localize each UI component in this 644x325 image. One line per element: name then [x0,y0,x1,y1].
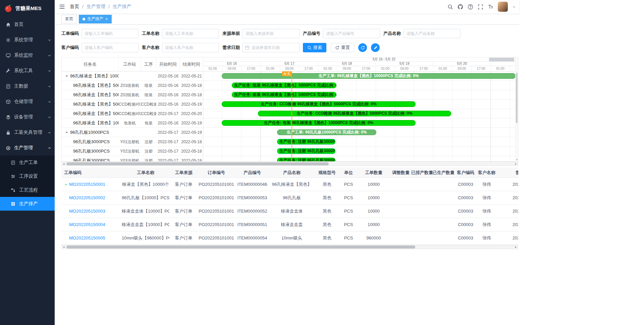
tab-home[interactable]: 首页 [61,15,77,23]
sidebar-item-fixture-mgmt[interactable]: 工装夹具管理 [0,125,55,140]
search-icon[interactable] [447,4,453,10]
sidebar-item-warehouse-mgmt[interactable]: 仓储管理 [0,94,55,109]
breadcrumb-production-scheduling[interactable]: 生产排产 [113,4,131,10]
gantt-column-header-0: 任务名 [62,57,119,71]
order-code-link[interactable]: MO202205150002 [69,195,105,200]
order-row[interactable]: MO202205150003移液盒盒体【10000】PCS客户订单PO20220… [61,205,518,218]
gantt-week-range: 5月 16 - 5月 22 [373,57,395,61]
sidebar-item-production-mgmt[interactable]: 生产管理 [0,140,55,156]
sidebar-item-master-data[interactable]: 主数据 [0,78,55,94]
sidebar-item-equipment-mgmt[interactable]: 设备管理 [0,109,55,125]
sidebar-item-system-tools[interactable]: 系统工具 [0,63,55,78]
chevron-down-icon[interactable] [64,182,68,186]
order-row[interactable]: MO20220515000510mm吸头【960000】PCS客户订单PO202… [61,231,518,245]
sidebar-subitem-work-order[interactable]: 生产工单 [0,156,55,169]
gantt-task-bar[interactable]: 生产任务: CCD检测 96孔移液盒【黑色】5000PCS 完成比例: 0% [222,101,416,107]
sidebar-subitem-process-flow[interactable]: 工艺流程 [0,183,55,197]
gantt-task-bar[interactable]: 生产任务: 包装 96孔移液盒【黑色】10000PCS 完成比例: 0% [222,120,416,126]
gantt-task-bar[interactable]: 生产任务: 注塑 96孔孔板3000PCS 完成比例: 0% [277,148,335,154]
scroll-left-arrow[interactable]: ◄ [62,162,66,166]
gantt-vertical-scrollbar[interactable]: ▼ [515,57,518,161]
chevron-down-icon[interactable] [512,5,516,9]
order-code-link[interactable]: MO202205150001 [69,182,105,187]
scroll-down-arrow[interactable]: ▼ [516,159,518,161]
edit-button[interactable] [371,43,380,52]
order-code-link[interactable]: MO202205150004 [69,222,105,227]
gantt-task-row[interactable]: 96孔孔板3000PCSY02注塑机注塑2022-05-172022-05-18 [62,147,203,156]
reset-button[interactable]: 重置 [331,43,354,52]
order-code-link[interactable]: MO202205150003 [69,209,105,214]
order-cell-product: 96孔移液盒【黑色】 [270,181,314,187]
gantt-end-cell: 2022-05-21 [180,71,203,80]
github-icon[interactable] [458,4,463,10]
chevron-down-icon [48,85,51,88]
gantt-task-row[interactable]: 96孔移液盒【黑色】5000PCSCCD检测#02CCD检测2022-05-17… [62,109,203,118]
gantt-task-row[interactable]: 96孔移液盒【黑色】5000PCSZ01组装机组装2022-05-162022-… [62,81,203,90]
product-code-input[interactable] [323,29,380,38]
order-cell-qty: 10000 [357,209,390,214]
gantt-workorder-bar[interactable]: 生产工单: 96孔移液盒【黑色】10000PCS 完成比例: 0% [222,73,515,79]
scroll-right-arrow[interactable]: ► [514,245,518,249]
fullscreen-icon[interactable] [478,4,483,10]
sidebar-subitem-scheduling[interactable]: 生产排产 [0,197,55,211]
sync-button[interactable] [358,43,367,52]
order-row[interactable]: MO202205150004移液盒盒盖【10000】PCS客户订单PO20220… [61,218,518,231]
customer-code-input[interactable] [82,43,139,52]
work-order-name-input[interactable] [162,29,219,38]
user-avatar[interactable] [498,2,508,12]
sidebar-item-home[interactable]: 首页 [0,17,55,32]
order-code-link[interactable]: MO202205150005 [69,235,105,240]
work-order-code-input[interactable] [82,29,139,38]
sidebar-item-system-monitor[interactable]: 系统监控 [0,48,55,63]
chevron-up-icon [48,146,51,150]
breadcrumb-home[interactable]: 首页 [70,4,79,10]
product-name-input[interactable] [404,29,461,38]
scroll-left-arrow[interactable]: ◄ [62,245,66,249]
source-doc-input[interactable] [243,29,300,38]
today-line [291,71,292,161]
order-row[interactable]: MO20220515000296孔孔板【10000】PCS客户订单PO20220… [61,191,518,205]
scrollbar-thumb[interactable] [516,73,518,123]
gantt-task-bar[interactable]: 生产任务: 注塑 96孔孔板3000PCS 完成比例: 0% [277,139,335,145]
gantt-horizontal-scrollbar[interactable]: ◄ ► [61,162,518,166]
app-logo[interactable]: 苦糖果MES [0,0,55,17]
gantt-task-row[interactable]: 96孔移液盒【黑色】10000PCS2022-05-162022-05-21 [62,71,203,81]
gantt-task-row[interactable]: 96孔孔板3000PCSY03注塑机注塑2022-05-172022-05-18 [62,156,203,161]
breadcrumb-production-mgmt[interactable]: 生产管理 [87,4,105,10]
gantt-task-name: 96孔移液盒【黑色】5000PCS [73,109,119,118]
scrollbar-thumb[interactable] [66,162,329,165]
gantt-task-row[interactable]: 96孔孔板10000PCS2022-05-172022-05-19 [62,128,203,137]
caret-down-icon[interactable] [65,71,68,80]
scrollbar-thumb[interactable] [66,246,415,249]
gantt-task-row[interactable]: 96孔移液盒【黑色】5000PCSCCD检测#01CCD检测2022-05-16… [62,100,203,109]
sidebar-subitem-process-setup[interactable]: 工序设置 [0,169,55,183]
gantt-task-row[interactable]: 96孔移液盒【黑色】10000PCS包装机包装2022-05-162022-05… [62,118,203,128]
gantt-task-row[interactable]: 96孔移液盒【黑色】5000PCSZ02组装机组装2022-05-162022-… [62,90,203,100]
scroll-right-arrow[interactable]: ► [514,162,518,166]
gantt-task-bar[interactable]: 生产任务: 组装 96孔移液盒【黑色】5000PCS 完成比例: 0% [232,92,336,98]
font-size-icon[interactable] [488,4,493,10]
gantt-task-bar[interactable]: 生产任务: 组装 96孔移液盒【黑色】5000PCS 完成比例: 0% [232,83,336,88]
tab-production-scheduling[interactable]: 生产排产 × [79,15,112,23]
table-horizontal-scrollbar[interactable]: ◄ ► [61,245,518,249]
gantt-task-bar[interactable]: 生产任务: 注塑 96孔孔板3000PCS 完成比例: 0% [277,158,335,161]
help-icon[interactable] [468,4,473,10]
gantt-task-name: 96孔移液盒【黑色】10000PCS [73,118,119,127]
order-cell-customer_name: 张伟 [477,222,496,228]
demand-date-input[interactable] [243,43,300,52]
hamburger-icon[interactable] [59,4,65,10]
caret-down-icon[interactable] [65,128,68,137]
sidebar-item-system-mgmt[interactable]: 系统管理 [0,32,55,48]
search-button[interactable]: 搜索 [303,43,326,52]
filter-field-work-order-name: 工单名称 [142,29,222,38]
close-icon[interactable]: × [105,17,108,21]
gantt-chart-row: 生产任务: 组装 96孔移液盒【黑色】5000PCS 完成比例: 0% [203,81,515,90]
customer-name-input[interactable] [162,43,219,52]
navbar: 首页 / 生产管理 / 生产排产 [55,0,519,13]
order-row[interactable]: MO202205150001移液盒【黑色】10000个客户订单PO2022051… [61,178,518,191]
sidebar-item-label: 生产管理 [14,145,48,151]
order-cell-customer_name: 张伟 [477,235,496,241]
gantt-process-cell: 注塑 [141,156,156,161]
gantt-task-bar[interactable]: 生产任务: CCD检测 96孔移液盒【黑色】5000PCS 完成比例: 0% [258,111,451,116]
gantt-task-row[interactable]: 96孔孔板3000PCSY01注塑机注塑2022-05-172022-05-18 [62,137,203,147]
